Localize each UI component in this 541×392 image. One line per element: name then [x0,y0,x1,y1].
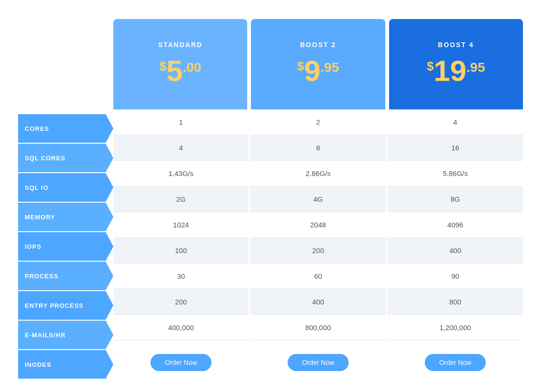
table-row: 4816 [113,135,523,161]
header-row: STANDARD$5.00BOOST 2$9.95BOOST 4$19.95 [113,19,523,109]
row-label-process: PROCESS [18,262,113,290]
plan-header-boost4: BOOST 4$19.95 [389,19,523,109]
table-row: 306090 [113,264,523,289]
cell-inodes-col2: 1,200,000 [388,315,523,341]
pricing-table-section: STANDARD$5.00BOOST 2$9.95BOOST 4$19.95 1… [113,19,523,381]
cell-memory-col1: 4G [250,186,386,212]
row-label-memory: MEMORY [18,203,113,231]
cell-sql-cores-col2: 16 [388,135,523,161]
cell-sql-cores-col0: 4 [113,135,249,161]
plan-header-standard: STANDARD$5.00 [113,19,247,109]
cell-sql-io-col2: 5.86G/s [388,161,523,186]
row-label-inodes: INODES [18,350,113,379]
table-row: 100200400 [113,238,523,264]
price-container-boost4: $19.95 [427,56,485,86]
order-button-standard[interactable]: Order Now [150,354,211,371]
cell-process-col2: 400 [388,238,523,264]
table-row: 1.43G/s2.86G/s5.86G/s [113,161,523,186]
table-row: 124 [113,109,523,135]
cell-e-mails-hr-col1: 400 [250,289,386,315]
cell-cores-col0: 1 [113,109,249,135]
row-label-e-mails-hr: E-MAILS/HR [18,321,113,349]
table-row: 102420484096 [113,212,523,238]
price-main-standard: 5 [166,56,182,86]
order-button-boost2[interactable]: Order Now [288,354,349,371]
price-dollar-boost2: $ [297,59,304,74]
cell-sql-io-col1: 2.86G/s [250,161,386,186]
order-cell-boost2: Order Now [250,349,386,376]
cell-sql-cores-col1: 8 [250,135,386,161]
cell-iops-col1: 2048 [250,212,386,238]
row-label-iops: IOPS [18,232,113,261]
price-cents-boost4: .95 [467,60,485,75]
row-label-sql-io: SQL IO [18,173,113,202]
cell-e-mails-hr-col2: 800 [388,289,523,315]
table-row: 200400800 [113,289,523,315]
table-row: 400,000800,0001,200,000 [113,315,523,341]
order-cell-boost4: Order Now [388,349,523,376]
cell-entry-process-col0: 30 [113,264,249,289]
row-label-sql-cores: SQL CORES [18,144,113,172]
price-container-boost2: $9.95 [297,56,339,86]
row-label-entry-process: ENTRY PROCESS [18,291,113,320]
cell-sql-io-col0: 1.43G/s [113,161,249,186]
cell-process-col0: 100 [113,238,249,264]
plan-name-standard: STANDARD [158,41,203,49]
cell-inodes-col0: 400,000 [113,315,249,341]
cell-memory-col2: 8G [388,186,523,212]
plan-header-boost2: BOOST 2$9.95 [251,19,385,109]
row-labels-column: CORESSQL CORESSQL IOMEMORYIOPSPROCESSENT… [18,114,113,380]
order-cell-standard: Order Now [113,349,249,376]
cell-memory-col0: 2G [113,186,249,212]
price-cents-boost2: .95 [321,60,339,75]
cell-entry-process-col1: 60 [250,264,386,289]
cell-iops-col2: 4096 [388,212,523,238]
order-row: Order NowOrder NowOrder Now [113,341,523,381]
price-dollar-standard: $ [160,59,166,74]
price-dollar-boost4: $ [427,59,433,74]
pricing-table: CORESSQL CORESSQL IOMEMORYIOPSPROCESSENT… [18,19,523,381]
cell-iops-col0: 1024 [113,212,249,238]
data-rows: 12448161.43G/s2.86G/s5.86G/s2G4G8G102420… [113,109,523,341]
cell-entry-process-col2: 90 [388,264,523,289]
row-label-cores: CORES [18,114,113,143]
plan-name-boost2: BOOST 2 [300,41,336,49]
cell-e-mails-hr-col0: 200 [113,289,249,315]
cell-cores-col1: 2 [250,109,386,135]
cell-process-col1: 200 [250,238,386,264]
table-row: 2G4G8G [113,186,523,212]
cell-cores-col2: 4 [388,109,523,135]
price-container-standard: $5.00 [160,56,201,86]
plan-name-boost4: BOOST 4 [438,41,474,49]
price-main-boost2: 9 [304,56,321,86]
order-button-boost4[interactable]: Order Now [425,354,486,371]
price-main-boost4: 19 [434,56,467,86]
cell-inodes-col1: 800,000 [250,315,386,341]
price-cents-standard: .00 [183,60,201,75]
